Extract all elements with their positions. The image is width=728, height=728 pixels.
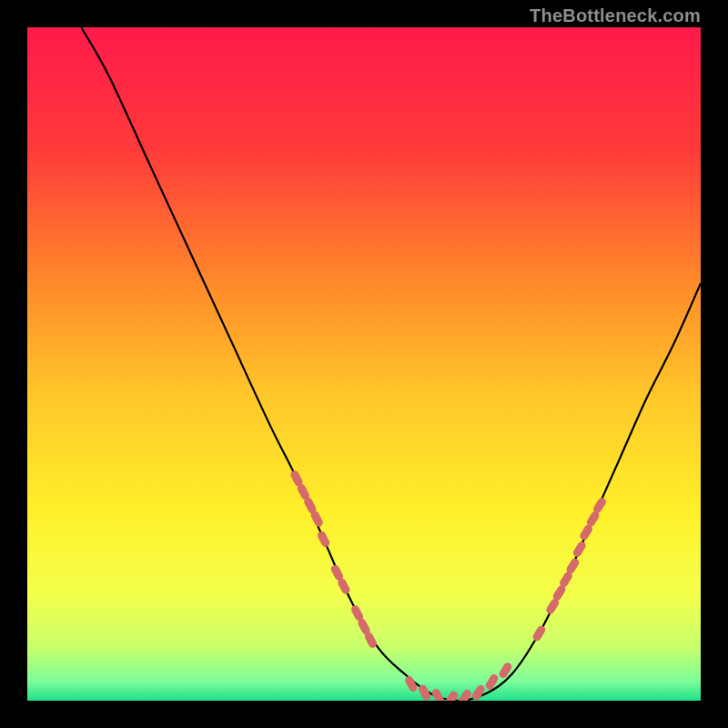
data-marker xyxy=(577,546,581,553)
curve-line xyxy=(81,27,701,701)
data-marker xyxy=(450,695,454,701)
data-marker xyxy=(410,681,413,688)
data-marker xyxy=(564,576,569,583)
data-marker xyxy=(591,515,595,522)
data-marker xyxy=(362,623,366,631)
data-marker xyxy=(537,630,541,637)
data-marker xyxy=(463,693,468,701)
data-marker xyxy=(571,562,575,570)
data-marker xyxy=(598,502,602,510)
plot-area xyxy=(27,27,701,701)
data-marker xyxy=(557,590,561,597)
data-marker xyxy=(369,636,372,643)
data-marker xyxy=(476,689,480,696)
data-marker xyxy=(335,569,339,576)
data-marker xyxy=(503,667,508,674)
data-marker xyxy=(295,475,298,482)
data-marker xyxy=(490,678,494,685)
watermark-text: TheBottleneck.com xyxy=(530,5,701,26)
data-marker xyxy=(423,689,427,696)
data-marker xyxy=(436,693,440,701)
data-marker xyxy=(322,535,326,542)
data-markers xyxy=(295,475,602,701)
data-marker xyxy=(356,610,359,617)
chart-stage: TheBottleneck.com xyxy=(0,0,728,728)
data-marker xyxy=(301,489,305,496)
data-marker xyxy=(315,515,318,522)
data-marker xyxy=(584,529,589,536)
bottleneck-curve xyxy=(27,27,701,701)
data-marker xyxy=(308,501,312,509)
data-marker xyxy=(342,582,346,590)
data-marker xyxy=(551,603,555,611)
